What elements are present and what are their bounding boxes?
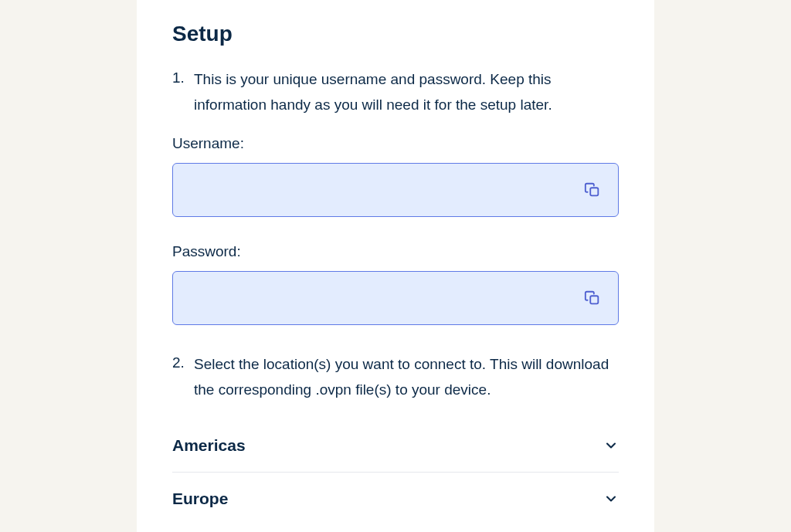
svg-rect-0	[590, 188, 598, 195]
copy-icon	[584, 290, 601, 307]
region-americas[interactable]: Americas	[172, 419, 619, 473]
step-1-number: 1.	[172, 66, 186, 118]
svg-rect-1	[590, 296, 598, 303]
region-label: Europe	[172, 490, 228, 508]
password-label: Password:	[172, 243, 619, 260]
chevron-down-icon	[603, 491, 619, 507]
chevron-down-icon	[603, 438, 619, 453]
step-2: 2. Select the location(s) you want to co…	[172, 351, 619, 403]
step-1-text: This is your unique username and passwor…	[194, 66, 619, 118]
region-europe[interactable]: Europe	[172, 473, 619, 525]
setup-panel: Setup 1. This is your unique username an…	[137, 0, 654, 532]
password-field[interactable]	[172, 271, 619, 325]
copy-icon	[584, 181, 601, 198]
page-title: Setup	[172, 22, 619, 46]
copy-username-button[interactable]	[584, 181, 601, 198]
copy-password-button[interactable]	[584, 290, 601, 307]
step-2-number: 2.	[172, 351, 186, 403]
step-1: 1. This is your unique username and pass…	[172, 66, 619, 118]
step-2-text: Select the location(s) you want to conne…	[194, 351, 619, 403]
username-label: Username:	[172, 135, 619, 152]
region-label: Americas	[172, 436, 246, 455]
regions-list: Americas Europe	[172, 419, 619, 525]
username-field[interactable]	[172, 163, 619, 217]
